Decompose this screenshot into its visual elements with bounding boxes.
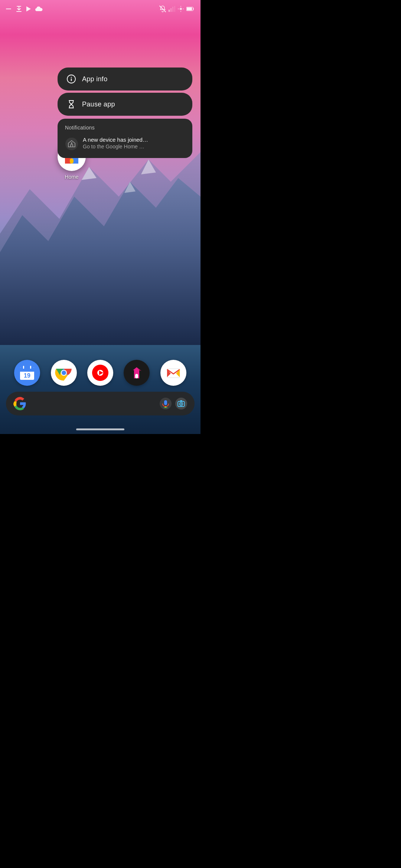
battery-icon [186,7,195,11]
status-left-icons [6,6,43,12]
svg-marker-8 [26,6,31,11]
gmail-icon[interactable] [160,360,186,386]
svg-rect-23 [71,79,72,81]
svg-rect-5 [6,9,11,9]
notifications-header: Notifications [65,125,185,131]
pause-app-label: Pause app [82,101,115,108]
context-menu: App info Pause app Notifications A [58,68,192,158]
svg-point-54 [180,403,182,405]
svg-rect-10 [169,10,170,12]
google-home-notif-icon [65,137,78,151]
svg-rect-11 [170,8,172,12]
download-icon [16,6,22,12]
svg-rect-12 [172,7,173,12]
svg-rect-30 [20,369,34,372]
svg-point-14 [180,8,182,10]
svg-rect-55 [180,400,182,401]
brightness-icon [177,6,184,12]
svg-rect-45 [135,374,138,378]
svg-point-22 [71,77,72,78]
mute-icon [159,5,166,13]
app-info-label: App info [82,75,107,83]
notification-item[interactable]: A new device has joined… Go to the Googl… [65,135,185,152]
svg-point-37 [62,371,66,375]
hourglass-icon [66,99,76,109]
status-bar [0,0,200,15]
status-right-icons [159,5,195,13]
chrome-app-icon[interactable] [51,360,77,386]
pause-app-button[interactable]: Pause app [58,93,192,116]
google-logo [13,397,27,410]
search-right-icons [160,398,187,410]
dock-area: 19 [0,360,200,415]
cloud-icon [35,6,43,12]
svg-rect-49 [164,400,167,405]
svg-rect-13 [174,6,175,12]
svg-rect-20 [187,7,192,10]
microphone-icon[interactable] [160,398,172,410]
calendar-app-icon[interactable]: 19 [14,360,40,386]
home-indicator[interactable] [76,428,124,430]
svg-rect-26 [70,158,74,164]
app-info-button[interactable]: App info [58,68,192,91]
home-app-label: Home [65,174,78,180]
svg-point-25 [71,142,72,144]
svg-rect-7 [16,11,22,12]
search-bar[interactable] [6,392,195,415]
youtube-music-icon[interactable] [87,360,113,386]
notifications-card: Notifications A new device has joined… G… [58,119,192,158]
app-row: 19 [6,360,195,386]
notif-title: A new device has joined… [83,137,148,143]
play-store-icon [25,6,32,12]
notification-text: A new device has joined… Go to the Googl… [83,137,148,149]
svg-rect-32 [23,366,24,369]
notif-body: Go to the Google Home … [83,144,148,149]
svg-text:19: 19 [24,372,30,379]
topnotch-icon[interactable] [124,360,150,386]
svg-rect-33 [30,366,31,369]
info-icon [66,74,76,84]
signal-icon [169,6,175,12]
minimize-icon [6,6,13,11]
lens-icon[interactable] [175,398,187,410]
